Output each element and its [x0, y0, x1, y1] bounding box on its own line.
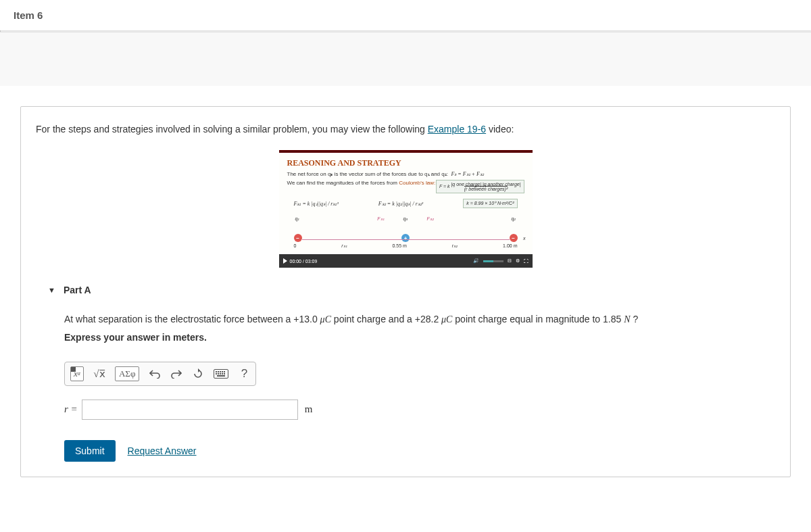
answer-label: r =	[64, 404, 78, 415]
example-link[interactable]: Example 19-6	[428, 124, 486, 135]
intro-before: For the steps and strategies involved in…	[36, 124, 428, 135]
svg-rect-5	[224, 371, 225, 372]
coulomb-box: F = k |q one charge| |q another charge| …	[436, 180, 524, 193]
problem-area: For the steps and strategies involved in…	[0, 86, 811, 498]
svg-rect-9	[222, 373, 223, 374]
label-f31: F₃₁	[377, 216, 384, 222]
svg-rect-7	[218, 373, 219, 374]
part-label: Part A	[64, 285, 91, 295]
charge-diagram: − + − x	[287, 234, 524, 245]
formulas-row: F₃₁ = k |q₁||q₃| / r₃₁² F₃₂ = k |q₂||q₃|…	[287, 199, 524, 208]
equation-toolbar: xα √x̅ ΑΣφ	[64, 362, 256, 386]
part-a-section: ▼ Part A At what separation is the elect…	[48, 285, 763, 461]
submit-button[interactable]: Submit	[64, 440, 116, 462]
video-preview[interactable]: REASONING AND STRATEGY The net force on …	[279, 150, 533, 268]
x-axis-label: x	[523, 236, 526, 241]
reset-button[interactable]	[192, 368, 204, 379]
svg-rect-1	[216, 371, 217, 372]
request-answer-link[interactable]: Request Answer	[128, 445, 197, 456]
charge-q3: +	[401, 234, 410, 242]
caret-down-icon: ▼	[48, 286, 55, 294]
problem-box: For the steps and strategies involved in…	[20, 106, 791, 477]
svg-rect-3	[220, 371, 221, 372]
video-title: REASONING AND STRATEGY	[287, 158, 524, 168]
actions: Submit Request Answer	[64, 440, 763, 462]
svg-rect-11	[217, 375, 225, 377]
cc-icon[interactable]: ⊟	[508, 258, 512, 264]
fullscreen-icon[interactable]: ⛶	[524, 259, 529, 264]
formula-f31: F₃₁ = k |q₁||q₃| / r₃₁²	[294, 201, 339, 207]
help-button[interactable]: ?	[238, 367, 250, 381]
volume-slider[interactable]	[483, 260, 503, 262]
svg-rect-4	[222, 371, 223, 372]
play-icon[interactable]	[283, 258, 287, 264]
video-time: 00:00 / 03:09	[290, 259, 318, 264]
question-text: At what separation is the electrostatic …	[64, 312, 763, 327]
svg-rect-2	[218, 371, 219, 372]
answer-input[interactable]	[82, 400, 298, 420]
video-line-1: The net force on q₃ is the vector sum of…	[287, 171, 524, 177]
undo-button[interactable]	[149, 369, 161, 379]
svg-rect-6	[216, 373, 217, 374]
intro-text: For the steps and strategies involved in…	[36, 122, 775, 137]
answer-widget: xα √x̅ ΑΣφ	[64, 362, 763, 462]
instruction: Express your answer in meters.	[64, 332, 763, 343]
answer-row: r = m	[64, 400, 763, 420]
keyboard-button[interactable]	[214, 369, 228, 379]
label-q1: q₁	[295, 216, 300, 222]
video-line-2: We can find the magnitudes of the forces…	[287, 180, 524, 193]
item-header: Item 6	[0, 0, 811, 30]
k-constant: k = 8.99 × 10⁹ N·m²/C²	[463, 199, 517, 208]
charge-q1: −	[294, 234, 302, 242]
item-title: Item 6	[14, 9, 43, 21]
volume-icon[interactable]: 🔊	[473, 258, 479, 264]
part-a-header[interactable]: ▼ Part A	[48, 285, 763, 295]
settings-icon[interactable]: ⚙	[516, 258, 520, 264]
greek-button[interactable]: ΑΣφ	[115, 366, 139, 381]
intro-after: video:	[486, 124, 514, 135]
label-q3: q₃	[403, 216, 408, 222]
answer-unit: m	[305, 404, 313, 415]
content-wrapper	[0, 32, 811, 86]
sqrt-button[interactable]: √x̅	[93, 368, 105, 380]
templates-button[interactable]: xα	[70, 366, 84, 381]
charge-q2: −	[510, 234, 518, 242]
video-controls[interactable]: 00:00 / 03:09 🔊 ⊟ ⚙ ⛶	[279, 254, 533, 268]
redo-button[interactable]	[170, 369, 182, 379]
formula-f32: F₃₂ = k |q₂||q₃| / r₃₂²	[378, 201, 423, 207]
svg-rect-8	[220, 373, 221, 374]
svg-rect-10	[224, 373, 225, 374]
label-f32: F₃₂	[426, 216, 433, 222]
label-q2: q₂	[512, 216, 516, 222]
part-content: At what separation is the electrostatic …	[64, 312, 763, 461]
